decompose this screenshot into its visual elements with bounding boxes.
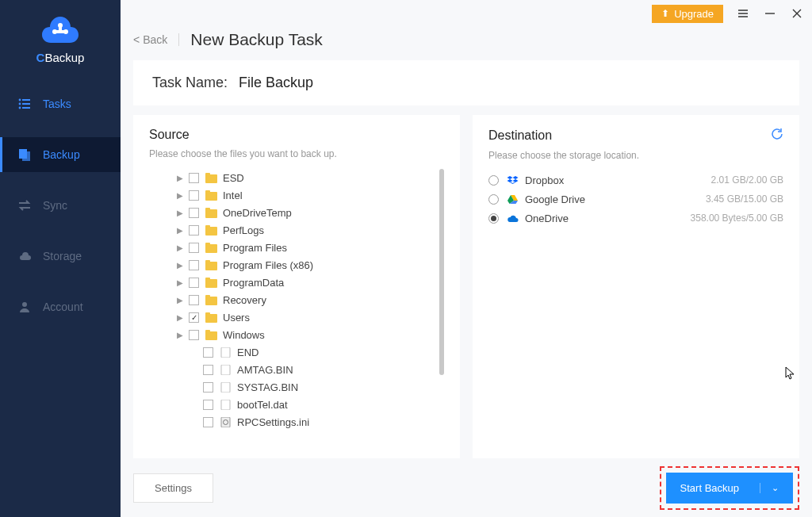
expand-icon[interactable]: ▶ xyxy=(176,226,184,235)
checkbox[interactable] xyxy=(203,347,213,358)
checkbox[interactable] xyxy=(189,225,199,236)
page-title: New Backup Task xyxy=(190,30,323,49)
svg-rect-35 xyxy=(221,365,230,375)
refresh-icon[interactable] xyxy=(771,128,783,144)
destination-title: Destination xyxy=(488,128,552,143)
destination-row[interactable]: Dropbox2.01 GB/2.00 GB xyxy=(488,170,783,190)
expand-icon[interactable]: ▶ xyxy=(176,296,184,304)
folder-icon xyxy=(205,243,217,253)
file-row[interactable]: SYSTAG.BIN xyxy=(149,378,436,396)
radio[interactable] xyxy=(488,213,499,224)
scrollbar[interactable] xyxy=(439,169,444,375)
checkbox[interactable] xyxy=(189,330,199,340)
folder-row[interactable]: ▶Intel xyxy=(149,186,436,204)
titlebar: ⬆ Upgrade xyxy=(121,0,812,27)
svg-rect-33 xyxy=(205,330,210,333)
sidebar: CBackup TasksBackupSyncStorageAccount xyxy=(0,0,121,517)
destination-row[interactable]: Google Drive3.45 GB/15.00 GB xyxy=(488,190,783,209)
folder-row[interactable]: ▶Windows xyxy=(149,326,436,343)
sidebar-item-storage[interactable]: Storage xyxy=(0,239,121,274)
expand-icon[interactable]: ▶ xyxy=(176,209,184,217)
start-backup-label: Start Backup xyxy=(680,482,739,494)
source-title: Source xyxy=(149,128,190,142)
close-icon[interactable] xyxy=(790,6,804,21)
destination-name: Google Drive xyxy=(525,193,585,205)
sidebar-nav: TasksBackupSyncStorageAccount xyxy=(0,86,121,340)
destination-quota: 358.00 Bytes/5.00 GB xyxy=(691,213,783,224)
folder-icon xyxy=(205,312,217,323)
app-root: CBackup TasksBackupSyncStorageAccount ⬆ … xyxy=(0,0,812,517)
folder-row[interactable]: ▶ProgramData xyxy=(149,274,436,291)
checkbox[interactable]: ✓ xyxy=(189,312,199,323)
radio[interactable] xyxy=(488,194,499,205)
expand-icon[interactable]: ▶ xyxy=(176,191,184,200)
expand-icon[interactable]: ▶ xyxy=(176,261,184,270)
sidebar-item-account[interactable]: Account xyxy=(0,289,121,324)
app-logo: CBackup xyxy=(0,14,121,64)
svg-rect-17 xyxy=(205,190,210,193)
upgrade-button[interactable]: ⬆ Upgrade xyxy=(652,5,723,23)
settings-button[interactable]: Settings xyxy=(133,473,213,503)
file-icon xyxy=(220,400,232,410)
item-name: Windows xyxy=(223,329,265,341)
folder-row[interactable]: ▶OneDriveTemp xyxy=(149,204,436,221)
expand-icon[interactable]: ▶ xyxy=(176,243,184,252)
folder-row[interactable]: ▶Program Files (x86) xyxy=(149,256,436,274)
folder-row[interactable]: ▶ESD xyxy=(149,169,436,186)
checkbox[interactable] xyxy=(203,365,213,375)
expand-icon[interactable]: ▶ xyxy=(176,331,184,339)
sidebar-item-sync[interactable]: Sync xyxy=(0,188,121,223)
item-name: Program Files xyxy=(223,242,287,254)
destination-subtitle: Please choose the storage location. xyxy=(488,150,783,161)
expand-icon[interactable]: ▶ xyxy=(176,278,184,287)
folder-row[interactable]: ▶PerfLogs xyxy=(149,221,436,239)
folder-icon xyxy=(205,330,217,340)
checkbox[interactable] xyxy=(189,260,199,270)
checkbox[interactable] xyxy=(189,243,199,253)
destination-panel: Destination Please choose the storage lo… xyxy=(473,115,799,458)
item-name: Intel xyxy=(223,190,243,201)
sidebar-item-tasks[interactable]: Tasks xyxy=(0,86,121,121)
radio[interactable] xyxy=(488,175,499,186)
expand-icon[interactable]: ▶ xyxy=(176,174,184,182)
checkbox[interactable] xyxy=(203,417,213,427)
start-backup-button[interactable]: Start Backup ⌄ xyxy=(666,473,793,504)
item-name: OneDriveTemp xyxy=(223,207,292,219)
file-icon xyxy=(220,365,232,375)
folder-row[interactable]: ▶Program Files xyxy=(149,239,436,256)
checkbox[interactable] xyxy=(189,208,199,218)
folder-row[interactable]: ▶Recovery xyxy=(149,291,436,308)
checkbox[interactable] xyxy=(203,400,213,410)
item-name: Users xyxy=(223,312,250,324)
task-name-value[interactable]: File Backup xyxy=(239,75,313,91)
sidebar-item-label: Backup xyxy=(43,148,80,161)
checkbox[interactable] xyxy=(189,278,199,288)
checkbox[interactable] xyxy=(189,190,199,201)
folder-icon xyxy=(205,295,217,305)
checkbox[interactable] xyxy=(189,173,199,183)
destination-row[interactable]: OneDrive358.00 Bytes/5.00 GB xyxy=(488,209,783,228)
footer: Settings Start Backup ⌄ xyxy=(121,458,812,517)
back-button[interactable]: < Back xyxy=(133,33,179,46)
sidebar-item-label: Sync xyxy=(43,199,67,212)
expand-icon[interactable]: ▶ xyxy=(176,313,184,322)
checkbox[interactable] xyxy=(189,295,199,305)
minimize-icon[interactable] xyxy=(763,6,777,21)
item-name: PerfLogs xyxy=(223,224,264,236)
settings-file-icon xyxy=(220,417,232,427)
checkbox[interactable] xyxy=(203,382,213,393)
svg-rect-6 xyxy=(22,99,30,101)
chevron-down-icon[interactable]: ⌄ xyxy=(760,483,779,493)
folder-row[interactable]: ▶✓Users xyxy=(149,308,436,326)
menu-icon[interactable] xyxy=(736,6,750,21)
file-row[interactable]: RPCSettings.ini xyxy=(149,413,436,431)
file-row[interactable]: AMTAG.BIN xyxy=(149,361,436,378)
item-name: Program Files (x86) xyxy=(223,259,313,271)
svg-point-5 xyxy=(19,99,21,101)
destination-list: Dropbox2.01 GB/2.00 GBGoogle Drive3.45 G… xyxy=(488,170,783,228)
sidebar-item-backup[interactable]: Backup xyxy=(0,137,121,172)
file-row[interactable]: END xyxy=(149,343,436,361)
file-row[interactable]: bootTel.dat xyxy=(149,396,436,413)
svg-rect-19 xyxy=(205,208,210,211)
sidebar-item-label: Account xyxy=(43,301,83,313)
